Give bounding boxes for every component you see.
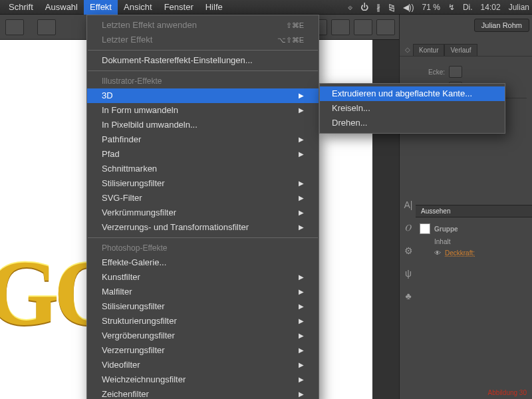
submenu-arrow-icon: ▶	[299, 192, 304, 204]
menu-item[interactable]: Effekte-Galerie...	[87, 255, 319, 270]
effect-menu: Letzten Effekt anwenden⇧⌘E Letzter Effek…	[86, 15, 319, 399]
clock-day: Di.	[463, 3, 473, 12]
menu-item[interactable]: Stilisierungsfilter▶	[87, 176, 319, 191]
submenu-arrow-icon: ▶	[299, 148, 304, 160]
submenu-arrow-icon: ▶	[299, 134, 304, 146]
club-icon[interactable]: ♣	[405, 291, 411, 301]
submenu-arrow-icon: ▶	[299, 359, 304, 371]
menubar: Schrift Auswahl Effekt Ansicht Fenster H…	[0, 0, 532, 15]
menu-item[interactable]: Schnittmarken	[87, 162, 319, 176]
panel-icon-strip: A| 𝑂 ⚙ ψ ♣	[401, 200, 416, 301]
gear-icon[interactable]: ⚙	[404, 245, 413, 256]
menu-separator	[88, 70, 318, 71]
submenu-arrow-icon: ▶	[299, 388, 304, 399]
shape-icon[interactable]: 𝑂	[405, 222, 412, 233]
submenu-arrow-icon: ▶	[299, 178, 304, 190]
corner-option[interactable]	[449, 66, 462, 78]
menu-fenster[interactable]: Fenster	[158, 0, 200, 15]
menubar-status: ⟐ ⏻ ∦ ⧎ ◀)) 71 % ↯ Di. 14:02 Julian	[348, 3, 529, 12]
menu-item[interactable]: SVG-Filter▶	[87, 191, 319, 205]
menu-item[interactable]: In Pixelbild umwandeln...	[87, 118, 319, 132]
menu-item-raster-settings[interactable]: Dokument-Rastereffekt-Einstellungen...	[87, 53, 319, 68]
submenu-item[interactable]: Kreiseln...	[320, 101, 505, 116]
eye-icon[interactable]: 👁	[434, 249, 441, 257]
toolbar-button[interactable]	[5, 19, 24, 35]
menu-item[interactable]: Strukturierungsfilter▶	[87, 314, 319, 329]
submenu-arrow-icon: ▶	[299, 90, 304, 102]
appearance-group: Gruppe	[434, 225, 458, 233]
clock-time: 14:02	[481, 3, 501, 12]
menu-item[interactable]: In Form umwandeln▶	[87, 103, 319, 118]
tab-verlauf[interactable]: Verlauf	[444, 44, 477, 56]
menu-item[interactable]: Zeichenfilter▶	[87, 387, 319, 399]
dropbox-icon[interactable]: ⟐	[348, 3, 352, 12]
menu-item[interactable]: Pathfinder▶	[87, 132, 319, 147]
menu-item[interactable]: Kunstfilter▶	[87, 270, 319, 285]
tab-kontur[interactable]: Kontur	[413, 44, 444, 56]
type-icon[interactable]: A|	[404, 200, 413, 210]
3d-submenu: Extrudieren und abgeflachte Kante...Krei…	[319, 83, 505, 134]
menu-item[interactable]: Weichzeichnungsfilter▶	[87, 372, 319, 387]
bluetooth-icon[interactable]: ∦	[376, 3, 380, 12]
menu-item[interactable]: Verzerrungsfilter▶	[87, 343, 319, 358]
menu-section-illustrator: Illustrator-Effekte	[87, 74, 319, 88]
opacity-link[interactable]: Deckkraft:	[445, 249, 475, 257]
submenu-arrow-icon: ▶	[299, 221, 304, 233]
menu-schrift[interactable]: Schrift	[3, 0, 39, 15]
menu-ansicht[interactable]: Ansicht	[118, 0, 158, 15]
submenu-item[interactable]: Extrudieren und abgeflachte Kante...	[320, 86, 505, 101]
menu-item[interactable]: Malfilter▶	[87, 285, 319, 299]
volume-icon[interactable]: ◀))	[403, 3, 414, 12]
tab-prefix-icon: ◇	[402, 44, 413, 56]
menu-item-apply-last: Letzten Effekt anwenden⇧⌘E	[87, 18, 319, 33]
submenu-arrow-icon: ▶	[299, 286, 304, 298]
tab-aussehen[interactable]: Aussehen	[416, 205, 532, 217]
submenu-arrow-icon: ▶	[299, 330, 304, 342]
user-name[interactable]: Julian	[509, 3, 529, 12]
battery-percent: 71 %	[422, 3, 440, 12]
user-button[interactable]: Julian Rohm	[474, 19, 529, 32]
submenu-arrow-icon: ▶	[299, 271, 304, 283]
align-center-icon[interactable]	[331, 19, 350, 35]
submenu-arrow-icon: ▶	[299, 207, 304, 219]
menu-item[interactable]: Verkrümmungsfilter▶	[87, 205, 319, 220]
corner-label: Ecke:	[405, 68, 445, 76]
menu-auswahl[interactable]: Auswahl	[39, 0, 84, 15]
menu-separator	[88, 237, 318, 238]
submenu-arrow-icon: ▶	[299, 301, 304, 313]
battery-icon[interactable]: ↯	[448, 3, 455, 12]
wifi-icon[interactable]: ⧎	[388, 3, 395, 12]
submenu-arrow-icon: ▶	[299, 315, 304, 327]
toolbar-button[interactable]	[37, 19, 56, 35]
menu-effekt[interactable]: Effekt	[84, 0, 118, 15]
submenu-item[interactable]: Drehen...	[320, 116, 505, 130]
menu-item[interactable]: Videofilter▶	[87, 358, 319, 372]
appearance-content[interactable]: Inhalt	[434, 238, 450, 245]
connector-icon[interactable]: ψ	[405, 268, 412, 279]
appearance-panel: Aussehen Gruppe Inhalt 👁Deckkraft:	[416, 205, 532, 263]
menu-item[interactable]: Pfad▶	[87, 147, 319, 162]
menu-separator	[88, 50, 318, 51]
menu-item[interactable]: Vergröberungsfilter▶	[87, 329, 319, 343]
figure-label: Abbildung 30	[488, 389, 527, 396]
submenu-arrow-icon: ▶	[299, 344, 304, 356]
menu-item[interactable]: 3D▶	[87, 88, 319, 103]
menu-item[interactable]: Stilisierungsfilter▶	[87, 299, 319, 314]
menu-item-last-effect: Letzter Effekt⌥⇧⌘E	[87, 33, 319, 47]
submenu-arrow-icon: ▶	[299, 104, 304, 116]
panel-tabs: ◇ Kontur Verlauf	[400, 44, 532, 57]
menu-item[interactable]: Verzerrungs- und Transformationsfilter▶	[87, 220, 319, 235]
align-top-icon[interactable]	[376, 19, 395, 35]
align-right-icon[interactable]	[354, 19, 372, 35]
menu-hilfe[interactable]: Hilfe	[200, 0, 229, 15]
appearance-swatch[interactable]	[420, 223, 430, 234]
power-icon[interactable]: ⏻	[360, 3, 368, 12]
menu-section-photoshop: Photoshop-Effekte	[87, 241, 319, 255]
submenu-arrow-icon: ▶	[299, 374, 304, 386]
